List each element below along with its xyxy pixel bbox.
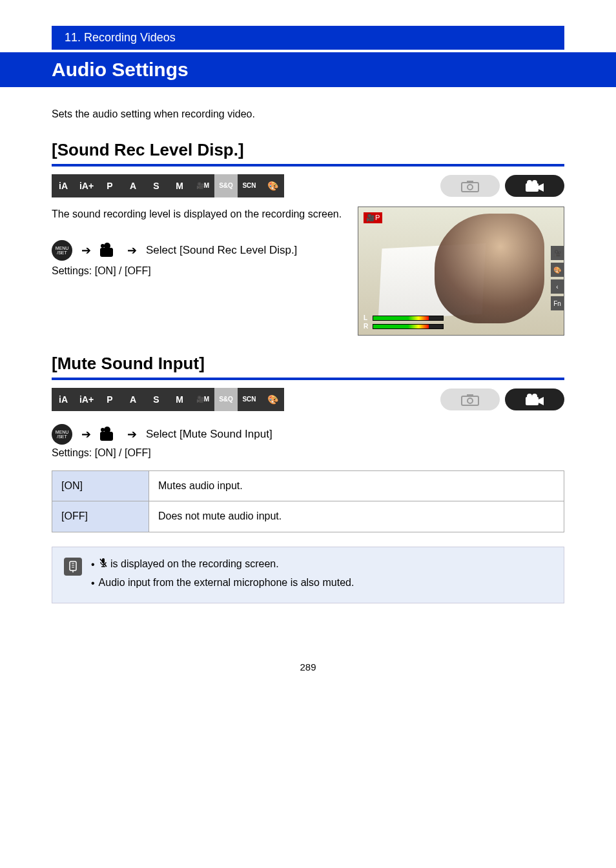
preview-screenshot: 🎥P 🎥 🎨 ‹ Fn L R (358, 207, 564, 336)
menu-btn-line2: /SET (57, 434, 67, 439)
table-cell-off: [OFF] (52, 501, 149, 532)
section-mute-title: [Mute Sound Input] (52, 354, 564, 380)
menu-set-icon: MENU /SET (52, 424, 72, 445)
svg-rect-3 (526, 183, 539, 192)
mode-iaplus-icon: iA+ (75, 174, 98, 197)
menu-path-1: MENU /SET ➔ ➔ Select [Sound Rec Level Di… (52, 240, 345, 261)
note-line-2: Audio input from the external microphone… (99, 575, 354, 591)
breadcrumb: 11. Recording Videos (52, 26, 564, 50)
page-title: Audio Settings (0, 52, 616, 87)
mode-s-icon: S (145, 174, 168, 197)
side-tab-icon: ‹ (551, 279, 564, 294)
video-mode-icon (505, 175, 564, 197)
mode-s-icon: S (145, 388, 168, 411)
menu-btn-line2: /SET (57, 250, 67, 255)
menu-set-icon: MENU /SET (52, 240, 72, 261)
section-sound-rec-title: [Sound Rec Level Disp.] (52, 140, 564, 167)
menu-btn-line1: MENU (56, 246, 69, 250)
menu-btn-line1: MENU (56, 430, 69, 434)
note-box: • is displayed on the recording screen. … (52, 547, 564, 603)
mode-sq-icon: S&Q (214, 388, 238, 411)
mode-creative-icon: 🎨 (261, 174, 284, 197)
side-tab-icon: 🎥 (551, 246, 564, 260)
arrow-icon: ➔ (127, 242, 137, 259)
mode-row-2: iA iA+ P A S M 🎥M S&Q SCN 🎨 (52, 388, 564, 411)
table-row: [ON] Mutes audio input. (52, 471, 564, 501)
mode-ia-icon: iA (52, 388, 75, 411)
intro-text: Sets the audio setting when recording vi… (52, 106, 564, 122)
note-line-1: is displayed on the recording screen. (99, 556, 279, 572)
table-cell-on-desc: Mutes audio input. (149, 471, 564, 501)
svg-point-12 (527, 394, 532, 399)
mode-scn-icon: SCN (238, 388, 261, 411)
movie-menu-icon (100, 428, 118, 441)
mode-moviem-icon: 🎥M (191, 388, 214, 411)
svg-point-8 (467, 398, 473, 403)
svg-rect-2 (467, 181, 473, 183)
mode-sq-icon: S&Q (214, 174, 238, 197)
mode-row-1: iA iA+ P A S M 🎥M S&Q SCN 🎨 (52, 174, 564, 197)
mode-icons-2: iA iA+ P A S M 🎥M S&Q SCN 🎨 (52, 388, 284, 411)
mode-ia-icon: iA (52, 174, 75, 197)
page-number: 289 (52, 661, 564, 672)
menu-item-mute: Select [Mute Sound Input] (146, 428, 272, 441)
sound-rec-body: The sound recording level is displayed o… (52, 207, 345, 222)
mute-settings: Settings: [ON] / [OFF] (52, 447, 564, 459)
svg-point-6 (532, 180, 537, 185)
svg-rect-14 (70, 561, 76, 570)
mode-iaplus-icon: iA+ (75, 388, 98, 411)
mode-p-icon: P (98, 388, 121, 411)
arrow-icon: ➔ (127, 427, 137, 441)
video-mode-icon (505, 389, 564, 410)
mode-a-icon: A (121, 174, 145, 197)
side-tab-fn-icon: Fn (551, 296, 564, 310)
table-row: [OFF] Does not mute audio input. (52, 501, 564, 532)
mode-moviem-icon: 🎥M (191, 174, 214, 197)
mode-p-icon: P (98, 174, 121, 197)
sound-rec-settings: Settings: [ON] / [OFF] (52, 263, 345, 279)
mode-m-icon: M (168, 388, 191, 411)
note-icon (64, 558, 82, 576)
table-cell-on: [ON] (52, 471, 149, 501)
capture-icons-2 (440, 389, 564, 410)
svg-point-5 (527, 180, 532, 185)
svg-point-1 (467, 185, 473, 190)
mode-icons-1: iA iA+ P A S M 🎥M S&Q SCN 🎨 (52, 174, 284, 197)
photo-mode-icon (440, 175, 500, 197)
side-tab-icon: 🎨 (551, 263, 564, 277)
menu-path-2: MENU /SET ➔ ➔ Select [Mute Sound Input] (52, 424, 564, 445)
mute-table: [ON] Mutes audio input. [OFF] Does not m… (52, 470, 564, 532)
mode-creative-icon: 🎨 (261, 388, 284, 411)
audio-level-meter: L R (364, 314, 444, 330)
svg-rect-10 (526, 397, 539, 405)
mode-m-icon: M (168, 174, 191, 197)
note1-text: is displayed on the recording screen. (110, 558, 279, 569)
menu-item-sound-rec: Select [Sound Rec Level Disp.] (146, 242, 297, 259)
movie-menu-icon (100, 244, 118, 257)
mode-a-icon: A (121, 388, 145, 411)
table-cell-off-desc: Does not mute audio input. (149, 501, 564, 532)
photo-mode-icon (440, 389, 500, 410)
svg-point-13 (532, 394, 537, 399)
svg-marker-4 (539, 183, 544, 192)
arrow-icon: ➔ (81, 242, 91, 259)
capture-icons-1 (440, 175, 564, 197)
bullet-dot: • (91, 576, 95, 591)
arrow-icon: ➔ (81, 427, 91, 441)
bullet-dot: • (91, 557, 95, 572)
mic-muted-icon (99, 557, 108, 572)
svg-marker-11 (539, 397, 544, 405)
rec-mode-icon: 🎥P (364, 212, 382, 223)
mode-scn-icon: SCN (238, 174, 261, 197)
svg-rect-9 (467, 394, 473, 397)
